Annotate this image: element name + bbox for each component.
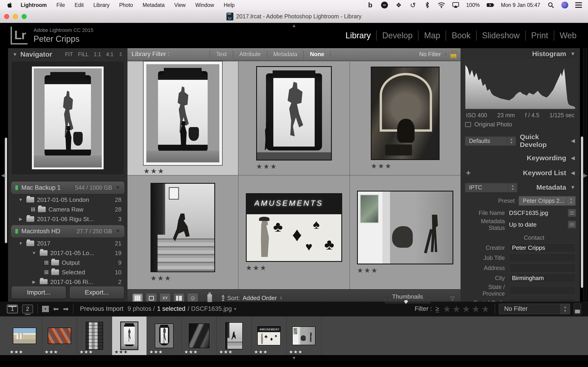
module-map[interactable]: Map [418, 31, 446, 40]
photo-thumbnail[interactable] [144, 61, 222, 165]
quick-develop-preset-select[interactable]: Defaults ▲▼ [465, 136, 516, 146]
filter-tab-none[interactable]: None [305, 51, 329, 58]
window-title-bar[interactable]: Lr 2017.lrcat - Adobe Photoshop Lightroo… [0, 10, 588, 23]
disclosure-triangle-icon[interactable]: ▼ [18, 198, 24, 202]
add-keyword-button[interactable]: + [465, 168, 472, 177]
grid-cell[interactable]: AMUSEMENTS ♣ ♦ ♠ ♥ ♣ ★★★ [239, 176, 349, 289]
star-rating[interactable]: ★★★ [289, 349, 303, 355]
time-machine-icon[interactable]: ↺ [409, 1, 417, 9]
keyword-list-header[interactable]: + Keyword List ◀ [460, 166, 580, 180]
grid-cell[interactable]: ★★★ [128, 176, 238, 289]
module-book[interactable]: Book [446, 31, 476, 40]
star-rating[interactable]: ★★★ [10, 349, 23, 355]
stepper-icon[interactable]: ▲▼ [560, 304, 570, 314]
survey-view-button[interactable] [174, 294, 184, 303]
zoom-fill-button[interactable]: FILL [78, 51, 89, 58]
previous-photo-icon[interactable]: ⬅ [53, 305, 59, 313]
module-library[interactable]: Library [340, 31, 376, 40]
painter-tool-icon[interactable] [208, 294, 212, 302]
filmstrip-thumb[interactable]: ★★★ [77, 317, 112, 355]
file-name-action-icon[interactable] [568, 209, 576, 217]
collapse-left-panel-icon[interactable]: ◀ [1, 172, 5, 178]
metadata-preset-select[interactable]: Peter Cripps 2... ▲▼ [519, 196, 576, 206]
left-panel-scrollbar[interactable] [5, 138, 7, 243]
wifi-icon[interactable] [438, 1, 445, 9]
zoom-fit-button[interactable]: FIT [65, 51, 73, 58]
compare-view-button[interactable]: XY [160, 294, 170, 303]
menu-edit[interactable]: Edit [75, 2, 84, 8]
menu-lightroom[interactable]: Lightroom [21, 2, 47, 8]
toolbar-collapse-icon[interactable]: ▽ [450, 295, 455, 301]
zoom-1to1-button[interactable]: 1:1 [94, 51, 101, 58]
star-rating[interactable]: ★★★ [44, 349, 58, 355]
photo-thumbnail[interactable]: AMUSEMENTS ♣ ♦ ♠ ♥ ♣ [246, 193, 342, 262]
city-field[interactable]: Birmingham [509, 274, 576, 282]
folder-row[interactable]: ▼ 2017-01-05 Lo... 19 [11, 248, 124, 258]
menu-library[interactable]: Library [93, 2, 109, 8]
export-button[interactable]: Export... [70, 286, 124, 298]
grid-cell-selected[interactable]: ★★★ [128, 61, 238, 175]
filter-star-rating[interactable]: ★★★★★ [443, 304, 491, 314]
star-rating[interactable]: ★★★ [246, 264, 267, 272]
disclosure-triangle-icon[interactable]: ▼ [570, 51, 576, 57]
folder-row[interactable]: Selected 10 [11, 267, 124, 277]
disclosure-triangle-icon[interactable]: ▶ [18, 217, 24, 222]
dropbox-icon[interactable]: ❖ [395, 1, 402, 9]
photo-thumbnail[interactable] [256, 66, 332, 161]
rating-gte-icon[interactable]: ≥ [435, 306, 439, 312]
folder-row[interactable]: Camera Raw 28 [11, 205, 124, 214]
volume-macintosh-hd[interactable]: Macintosh HD 27.7 / 250 GB ▼ [11, 225, 124, 237]
thumbnail-size-slider[interactable] [385, 302, 431, 303]
disclosure-triangle-icon[interactable]: ▶ [31, 279, 37, 284]
filter-tab-text[interactable]: Text [211, 51, 232, 58]
address-field[interactable] [509, 264, 576, 272]
disclosure-triangle-icon[interactable]: ▼ [18, 241, 24, 246]
disclosure-triangle-icon[interactable]: ▼ [31, 251, 37, 256]
menu-photo[interactable]: Photo [119, 2, 133, 8]
next-photo-icon[interactable]: ➡ [63, 305, 69, 313]
metadata-mode-select[interactable]: IPTC ▲▼ [465, 182, 518, 192]
star-rating[interactable]: ★★★ [150, 274, 172, 282]
disclosure-triangle-icon[interactable]: ◀ [570, 155, 576, 161]
airplay-icon[interactable] [452, 1, 459, 9]
go-to-grid-icon[interactable] [42, 306, 49, 312]
expand-right-panel-icon[interactable]: ▶ [583, 172, 588, 178]
star-rating[interactable]: ★★★ [144, 167, 165, 175]
folder-row[interactable]: ▶ 2017-01-06 Rigu St... 3 [11, 214, 124, 224]
filmstrip-source[interactable]: Previous Import [80, 305, 123, 312]
state-province-field[interactable] [509, 286, 576, 295]
filmstrip-thumb[interactable]: ★★★ [7, 317, 42, 355]
menu-file[interactable]: File [57, 2, 65, 8]
right-panel-scrollbar[interactable] [581, 136, 583, 288]
primary-monitor-button[interactable]: 1 [7, 305, 18, 313]
sort-direction-icon[interactable]: AZ [222, 295, 225, 301]
filmstrip-filter-select[interactable]: No Filter ▲▼ [499, 304, 570, 314]
folder-row[interactable]: ▼ 2017-01-05 London 28 [11, 195, 124, 205]
sort-value-select[interactable]: Added Order [242, 294, 277, 302]
star-rating[interactable]: ★★★ [357, 266, 378, 274]
photo-thumbnail[interactable] [371, 67, 440, 160]
stepper-icon[interactable]: ▲▼ [507, 136, 516, 146]
bluetooth-icon[interactable] [424, 1, 431, 9]
secondary-monitor-button[interactable]: 2 [22, 305, 33, 313]
star-rating[interactable]: ★★★ [184, 349, 198, 355]
loupe-view-button[interactable] [146, 294, 156, 303]
photo-thumbnail[interactable] [357, 191, 453, 265]
sort-stepper-icon[interactable]: ⇕ [279, 296, 283, 300]
filmstrip-thumb[interactable]: ★★★ [217, 317, 252, 355]
volume-disclosure-icon[interactable]: ▼ [115, 228, 120, 234]
grid-cell[interactable]: ★★★ [239, 61, 349, 175]
menu-metadata[interactable]: Metadata [143, 2, 165, 8]
filmstrip-thumb[interactable]: ★★★ [182, 317, 217, 355]
navigator-header[interactable]: ▼ Navigator FIT FILL 1:1 4:1 ⇕ [8, 48, 128, 60]
volume-disclosure-icon[interactable]: ▼ [115, 185, 120, 191]
filmstrip-thumb[interactable]: ★★★ [287, 317, 321, 355]
star-rating[interactable]: ★★★ [79, 349, 93, 355]
zoom-stepper-icon[interactable]: ⇕ [119, 51, 123, 58]
metadata-header[interactable]: IPTC ▲▼ Metadata ▼ [460, 181, 580, 194]
filmstrip-thumb[interactable]: AMUSEMENTS ♣ ♦ ♠ ★★★ [252, 317, 287, 355]
original-photo-checkbox[interactable] [465, 122, 471, 127]
backblaze-icon[interactable]: b [367, 1, 374, 9]
filter-tab-attribute[interactable]: Attribute [234, 51, 266, 58]
quick-develop-header[interactable]: Defaults ▲▼ Quick Develop ◀ [460, 131, 580, 150]
